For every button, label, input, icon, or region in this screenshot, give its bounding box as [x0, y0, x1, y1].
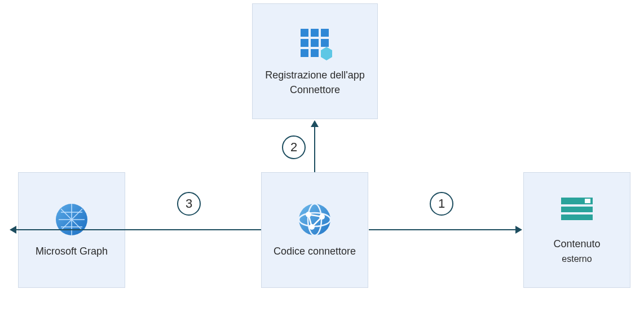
svg-marker-8	[321, 47, 332, 60]
node-label: Contenuto esterno	[553, 237, 600, 265]
svg-rect-7	[311, 49, 319, 57]
arrow-head-up-icon	[311, 120, 319, 127]
svg-rect-3	[301, 39, 308, 47]
svg-point-16	[299, 204, 330, 235]
svg-rect-1	[311, 29, 319, 37]
svg-rect-27	[561, 207, 593, 212]
svg-rect-6	[301, 49, 308, 57]
arrow-head-right-icon	[515, 226, 522, 234]
svg-rect-5	[321, 39, 329, 47]
app-grid-icon	[297, 25, 333, 62]
svg-rect-2	[321, 29, 329, 37]
node-app-registration: Registrazione dell'app Connettore	[252, 3, 378, 119]
node-connector-code: Codice connettore	[261, 172, 368, 288]
external-content-icon	[559, 194, 595, 230]
arrow-connector-to-graph	[15, 229, 261, 230]
arrow-connector-to-registration	[314, 126, 315, 172]
node-label: Registrazione dell'app Connettore	[259, 68, 370, 97]
svg-rect-0	[301, 29, 308, 37]
arrow-connector-to-external	[369, 229, 517, 230]
node-label: Codice connettore	[274, 244, 356, 259]
node-external-content: Contenuto esterno	[523, 172, 630, 288]
step-badge-2: 2	[282, 135, 306, 159]
svg-rect-26	[585, 199, 590, 203]
connector-icon	[297, 202, 333, 238]
graph-icon	[54, 202, 90, 238]
svg-rect-4	[311, 39, 319, 47]
step-badge-1: 1	[430, 192, 453, 216]
node-label: Microsoft Graph	[36, 244, 108, 259]
step-badge-3: 3	[177, 192, 201, 216]
arrow-head-left-icon	[10, 226, 16, 234]
svg-rect-28	[561, 214, 593, 220]
